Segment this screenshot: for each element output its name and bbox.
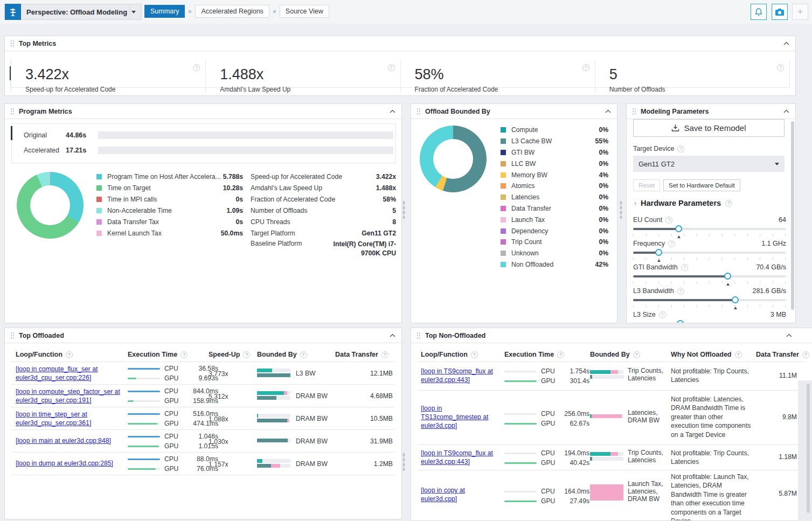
drag-handle-icon[interactable]	[417, 108, 421, 115]
view-tabs: Summary Accelerated Regions Source View	[144, 5, 329, 18]
tab-summary[interactable]: Summary	[144, 5, 185, 18]
gti-bandwidth-slider: GTI Bandwidth ? 70.4 GB/s	[633, 263, 786, 286]
save-to-remodel-button[interactable]: Save to Remodel	[633, 119, 785, 137]
panel-resize-handle[interactable]	[402, 200, 405, 219]
add-panel-button[interactable]: +	[792, 4, 808, 20]
column-header[interactable]: Why Not Offloaded	[671, 351, 732, 358]
help-icon[interactable]: ?	[381, 351, 388, 358]
loop-link[interactable]: [loop in dump at euler3d.cpp:285]	[16, 460, 129, 468]
help-icon[interactable]: ?	[243, 351, 250, 358]
column-header[interactable]: Execution Time	[504, 351, 554, 358]
help-icon[interactable]: ?	[668, 240, 675, 247]
column-header[interactable]: Data Transfer	[756, 351, 799, 358]
legend-label: Time on Target	[107, 184, 151, 192]
help-icon[interactable]: ?	[388, 64, 395, 71]
panel-resize-handle[interactable]	[402, 453, 405, 471]
loop-link[interactable]: [loop in TS9comp_flux at euler3d.cpp:443…	[421, 449, 499, 467]
column-header[interactable]: Bounded By	[590, 351, 630, 358]
slider-track[interactable]	[633, 275, 786, 277]
loop-link[interactable]: [loop in time_step_ser at euler3d_cpu_se…	[16, 411, 123, 428]
column-header[interactable]: Speed-Up	[209, 351, 240, 358]
slider-handle[interactable]	[732, 296, 739, 303]
loop-link[interactable]: [loop in copy at euler3d.cpp]	[421, 487, 496, 504]
help-icon[interactable]: ?	[659, 311, 666, 318]
help-icon[interactable]: ?	[582, 64, 589, 71]
snapshot-button[interactable]	[772, 4, 788, 20]
slider-handle[interactable]	[677, 320, 684, 323]
help-icon[interactable]: ?	[181, 351, 188, 358]
notifications-button[interactable]	[751, 4, 767, 20]
help-icon[interactable]: ?	[802, 351, 809, 358]
legend-swatch	[96, 174, 102, 179]
slider-handle[interactable]	[675, 225, 682, 232]
help-icon[interactable]: ?	[677, 145, 684, 152]
slider-track[interactable]	[633, 323, 786, 323]
help-icon[interactable]: ?	[725, 200, 732, 207]
legend-value: 0%	[599, 126, 608, 134]
help-icon[interactable]: ?	[633, 351, 640, 358]
why-not-offloaded: Not profitable: Trip Counts, Latencies	[671, 449, 752, 467]
expander-chevron-icon: ›	[634, 199, 636, 207]
loop-link[interactable]: [loop in compute_flux_ser at euler3d_cpu…	[16, 365, 123, 383]
gpu-time-spark	[128, 446, 159, 447]
scrollbar-thumb[interactable]	[791, 121, 794, 310]
metric-value: 1.488x	[220, 66, 400, 83]
help-icon[interactable]: ?	[471, 351, 478, 358]
help-icon[interactable]: ?	[735, 351, 742, 358]
panel-resize-handle[interactable]	[620, 200, 622, 219]
column-header[interactable]: Loop/Function	[16, 351, 63, 358]
collapse-chevron-icon[interactable]	[786, 333, 793, 338]
bar-value: 17.21s	[66, 147, 94, 154]
tab-accelerated-regions[interactable]: Accelerated Regions	[195, 5, 269, 18]
legend-swatch	[501, 194, 506, 200]
collapse-chevron-icon[interactable]	[389, 109, 396, 114]
target-device-select[interactable]: Gen11 GT2	[633, 156, 785, 172]
reset-button[interactable]: Reset	[633, 179, 660, 191]
cpu-time: 256.0ms	[563, 410, 589, 418]
collapse-chevron-icon[interactable]	[605, 109, 612, 114]
column-header[interactable]: Loop/Function	[421, 351, 468, 358]
help-icon[interactable]: ?	[557, 351, 564, 358]
drag-handle-icon[interactable]	[417, 332, 421, 339]
perspective-selector[interactable]: Perspective: Offload Modeling	[4, 4, 142, 20]
column-header[interactable]: Execution Time	[128, 351, 177, 358]
tab-separator-dot	[189, 10, 191, 13]
slider-track[interactable]	[633, 228, 786, 230]
slider-track[interactable]	[633, 299, 786, 301]
drag-handle-icon[interactable]	[632, 108, 636, 115]
loop-link[interactable]: [loop in TS13comp_timestep at euler3d.cp…	[421, 405, 496, 430]
hardware-parameters-expander[interactable]: › Hardware Parameters ?	[634, 199, 732, 207]
bounded-by-label: DRAM BW	[296, 460, 328, 468]
data-transfer-value: 12.1MB	[370, 370, 393, 377]
loop-link[interactable]: [loop in compute_step_factor_ser at eule…	[16, 388, 129, 405]
help-icon[interactable]: ?	[665, 217, 672, 224]
collapse-chevron-icon[interactable]	[783, 109, 790, 114]
drag-handle-icon[interactable]	[10, 108, 15, 115]
column-header[interactable]: Bounded By	[257, 351, 297, 358]
scrollbar-thumb[interactable]	[807, 384, 810, 513]
help-icon[interactable]: ?	[66, 351, 73, 358]
drag-handle-icon[interactable]	[10, 40, 15, 47]
help-icon[interactable]: ?	[677, 288, 684, 295]
loop-link[interactable]: [loop in main at euler3d.cpp:848]	[16, 437, 129, 446]
bounded-by-bars	[257, 439, 290, 442]
slider-handle[interactable]	[655, 249, 662, 256]
help-icon[interactable]: ?	[777, 64, 784, 71]
help-icon[interactable]: ?	[300, 351, 307, 358]
cpu-time-spark	[128, 459, 160, 460]
slider-track[interactable]	[633, 252, 786, 254]
collapse-chevron-icon[interactable]	[783, 41, 790, 46]
legend-value: 0%	[599, 249, 608, 257]
slider-handle[interactable]	[724, 273, 731, 280]
set-hardware-default-button[interactable]: Set to Hardware Default	[663, 179, 740, 191]
panel-title: Top Non-Offloaded	[425, 332, 485, 339]
loop-link[interactable]: [loop in TS9comp_flux at euler3d.cpp:443…	[421, 367, 499, 385]
collapse-chevron-icon[interactable]	[389, 333, 396, 338]
column-header[interactable]: Data Transfer	[335, 351, 378, 358]
frequency-slider: Frequency ? 1.1 GHz	[633, 240, 786, 262]
legend-value: 42%	[595, 261, 608, 268]
tab-source-view[interactable]: Source View	[280, 5, 329, 18]
chevron-down-icon	[131, 11, 136, 13]
help-icon[interactable]: ?	[681, 264, 688, 271]
drag-handle-icon[interactable]	[10, 332, 15, 339]
